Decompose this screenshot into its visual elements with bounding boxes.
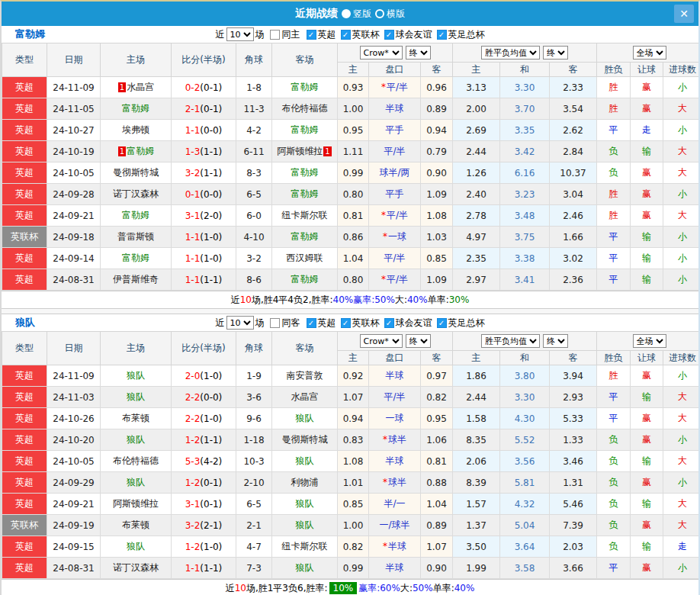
avg-odds-select[interactable]: 胜平负均值 (481, 46, 540, 60)
changed-line-marker: * (381, 210, 386, 220)
result-value: 输 (642, 455, 651, 466)
home-team-cell: 诺丁汉森林 (101, 558, 172, 579)
col-type: 类型 (2, 332, 47, 365)
halftime-score: (1-0) (200, 542, 222, 552)
result-value: 负 (609, 519, 618, 530)
same-venue-checkbox[interactable] (270, 30, 280, 40)
avg-draw-odds-cell: 3.70 (500, 98, 550, 120)
avg-home-odds-cell: 1.58 (453, 408, 500, 429)
close-button[interactable]: ✕ (674, 5, 694, 23)
fulltime-score: 1-1 (185, 125, 201, 136)
date-cell: 24-08-31 (47, 558, 101, 579)
competition-checkbox[interactable]: ✓ (341, 318, 351, 328)
away-odds-cell: 0.97 (421, 365, 453, 387)
result-value: 赢 (642, 82, 651, 92)
result-value: 负 (609, 541, 618, 552)
results-table: 类型 日期 主场 比分(半场) 角球 客场 Crow* 终 胜平负均值 终 (2, 331, 700, 579)
result-value: 平 (609, 274, 618, 285)
away-team-name: 西汉姆联 (287, 252, 323, 263)
result-value: 胜 (609, 210, 618, 220)
layout-radio-vertical[interactable]: 竖版 (342, 8, 371, 21)
handicap-result-cell: 赢 (631, 515, 663, 536)
odds-provider-select[interactable]: Crow* (360, 46, 403, 60)
goals-result-cell: 小 (663, 77, 700, 98)
avg-time-select[interactable]: 终 (543, 46, 568, 60)
result-cell: 平 (597, 120, 631, 141)
handicap-result-cell: 输 (631, 451, 663, 472)
goals-result-cell: 小 (663, 227, 700, 248)
away-team-name: 狼队 (296, 562, 314, 573)
result-value: 小 (678, 124, 687, 135)
avg-time-select[interactable]: 终 (543, 334, 568, 348)
same-venue-checkbox[interactable] (270, 318, 280, 328)
halftime-score: (1-1) (200, 275, 222, 285)
home-team-name: 富勒姆 (127, 146, 154, 156)
avg-away-odds-cell: 3.46 (550, 451, 597, 472)
home-odds-cell: 0.86 (338, 227, 369, 248)
score-cell: 2-1(0-1) (172, 98, 236, 120)
date-cell: 24-09-21 (47, 494, 101, 515)
away-odds-cell: 0.90 (421, 162, 453, 184)
home-team-cell: 1水晶宫 (101, 77, 172, 98)
away-odds-cell: 0.89 (421, 98, 453, 120)
date-cell: 24-11-03 (47, 387, 101, 408)
handicap-line: 一/球半 (379, 519, 409, 530)
away-team-name: 南安普敦 (287, 370, 323, 381)
col-result: 胜负 (597, 351, 631, 365)
score-cell: 1-1(1-0) (172, 227, 236, 248)
avg-home-odds-cell: 8.39 (453, 472, 500, 494)
league-badge: 英超 (2, 472, 47, 494)
fulltime-score: 2-2 (185, 413, 201, 424)
handicap-result-cell: 赢 (631, 558, 663, 579)
avg-draw-odds: 3.42 (515, 146, 535, 157)
scope-select[interactable]: 全场 (633, 46, 666, 60)
summary-part: 赢率: (358, 582, 380, 595)
handicap-cell: *平/半 (369, 269, 421, 291)
match-row: 英联杯24-09-19布莱顿3-2(2-1)2-1狼队1.00一/球半0.891… (2, 515, 700, 536)
odds-time-select[interactable]: 终 (406, 334, 431, 348)
handicap-result-cell: 赢 (631, 77, 663, 98)
competition-checkbox[interactable]: ✓ (437, 30, 447, 40)
result-value: 小 (678, 231, 687, 242)
avg-home-odds-cell: 2.44 (453, 387, 500, 408)
competition-checkbox[interactable]: ✓ (384, 318, 394, 328)
avg-odds-select[interactable]: 胜平负均值 (481, 334, 540, 348)
result-value: 赢 (642, 188, 651, 199)
odds-time-select[interactable]: 终 (406, 46, 431, 60)
avg-away-odds-cell: 5.33 (550, 408, 597, 429)
scope-select[interactable]: 全场 (633, 334, 666, 348)
league-badge: 英超 (2, 429, 47, 451)
handicap-result-cell: 输 (631, 227, 663, 248)
result-value: 负 (609, 434, 618, 445)
goals-result-cell: 大 (663, 162, 700, 184)
competition-label: 英超 (318, 317, 336, 330)
home-odds-cell: 0.95 (338, 120, 369, 141)
date-cell: 24-09-14 (47, 248, 101, 269)
away-odds-cell: 0.88 (421, 472, 453, 494)
away-team-cell: 富勒姆 (272, 184, 338, 205)
corners-cell: 1-18 (236, 429, 272, 451)
handicap-cell: 平手 (369, 184, 421, 205)
odds-provider-select[interactable]: Crow* (360, 334, 403, 348)
handicap-result-cell: 输 (631, 141, 663, 162)
competition-checkbox[interactable]: ✓ (307, 30, 316, 40)
result-value: 大 (678, 210, 687, 220)
away-odds-cell: 0.89 (421, 515, 453, 536)
home-odds-cell: 0.92 (338, 365, 369, 387)
result-cell: 负 (597, 429, 631, 451)
competition-checkbox[interactable]: ✓ (341, 30, 351, 40)
match-count-select[interactable]: 10 (226, 316, 254, 330)
layout-radio-horizontal[interactable]: 横版 (375, 8, 405, 21)
goals-result-cell: 小 (663, 558, 700, 579)
filter-bar: 富勒姆 近 10 场 同主 ✓英超✓英联杯✓球会友谊✓英足总杯 (2, 26, 698, 43)
match-count-select[interactable]: 10 (226, 27, 254, 41)
col-avg-draw: 和 (500, 351, 550, 365)
corners-cell: 8-3 (236, 162, 272, 184)
home-odds-cell: 1.07 (338, 387, 369, 408)
score-cell: 2-2(1-0) (172, 408, 236, 429)
competition-checkbox[interactable]: ✓ (384, 30, 394, 40)
competition-checkbox[interactable]: ✓ (307, 318, 316, 328)
date-cell: 24-09-28 (47, 184, 101, 205)
result-value: 大 (678, 413, 687, 423)
competition-checkbox[interactable]: ✓ (437, 318, 447, 328)
